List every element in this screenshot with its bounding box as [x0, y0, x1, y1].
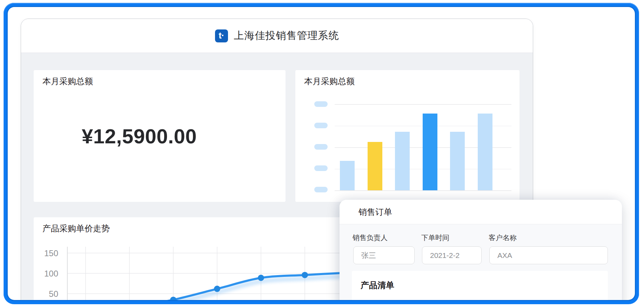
- sales-order-title: 销售订单: [358, 206, 392, 218]
- product-list-card: 产品清单: [352, 271, 608, 300]
- axis-pill-placeholder: [314, 123, 328, 128]
- purchase-total-amount: ¥12,5900.00: [82, 124, 229, 148]
- app-header: t· 上海佳投销售管理系统: [21, 19, 533, 53]
- page-title: 上海佳投销售管理系统: [234, 29, 339, 43]
- axis-pill-placeholder: [314, 187, 328, 192]
- sales-order-panel: 销售订单 销售负责人 下单时间 客户名称 产品清单: [340, 200, 622, 300]
- device-frame: t· 上海佳投销售管理系统 本月采购总额 ¥12,5900.00 本月采购总额 …: [4, 3, 639, 304]
- bar-chart-gridline: [335, 190, 511, 191]
- card-monthly-bar-chart: 本月采购总额: [295, 70, 519, 202]
- product-list-title: 产品清单: [361, 280, 394, 291]
- trend-data-point: [258, 275, 264, 281]
- salesperson-input[interactable]: [353, 246, 415, 264]
- card-title: 本月采购总额: [304, 76, 355, 87]
- trend-data-point: [302, 272, 308, 278]
- trend-series: [129, 272, 351, 300]
- axis-pill-placeholder: [314, 101, 328, 107]
- bar-chart-gridline: [335, 104, 511, 105]
- bar-chart-bar: [368, 142, 382, 190]
- order-date-input[interactable]: [422, 246, 482, 264]
- card-monthly-purchase-total: 本月采购总额 ¥12,5900.00: [34, 70, 286, 202]
- stage: t· 上海佳投销售管理系统 本月采购总额 ¥12,5900.00 本月采购总额 …: [8, 7, 635, 300]
- device-frame-screen: t· 上海佳投销售管理系统 本月采购总额 ¥12,5900.00 本月采购总额 …: [8, 7, 635, 300]
- bar-chart-bar: [340, 161, 355, 190]
- bar-chart-bar: [395, 132, 410, 190]
- bar-chart-bar: [423, 114, 437, 190]
- axis-pill-placeholder: [314, 165, 328, 171]
- order-date-label: 下单时间: [421, 233, 449, 243]
- sales-order-header: 销售订单: [340, 200, 622, 224]
- salesperson-label: 销售负责人: [353, 233, 388, 243]
- customer-name-input[interactable]: [489, 246, 608, 264]
- bar-chart-bar: [478, 114, 492, 190]
- trend-data-point: [214, 286, 220, 292]
- axis-pill-placeholder: [314, 144, 328, 150]
- trend-data-point: [170, 296, 176, 300]
- customer-name-label: 客户名称: [489, 233, 517, 243]
- bar-chart-axis-pills: [314, 101, 328, 190]
- card-title: 本月采购总额: [42, 76, 93, 87]
- app-logo-icon: t·: [215, 29, 228, 42]
- bar-chart-plot: [335, 104, 511, 190]
- bar-chart-bar: [450, 132, 465, 190]
